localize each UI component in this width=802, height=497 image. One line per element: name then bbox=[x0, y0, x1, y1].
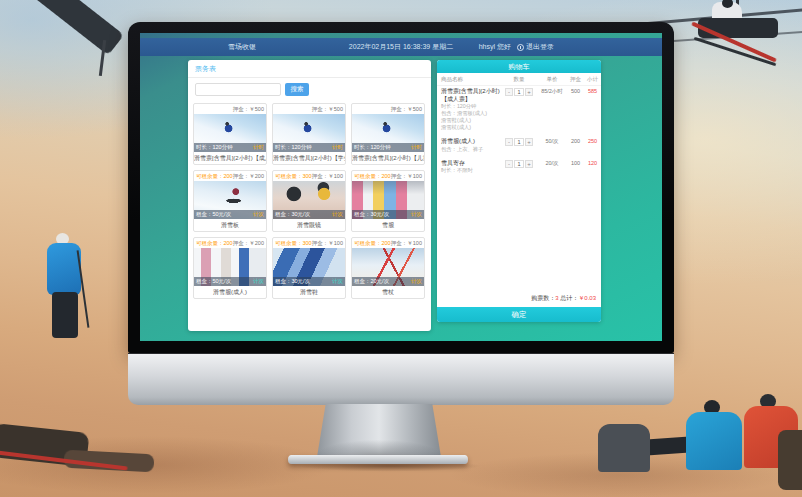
search-input[interactable] bbox=[195, 83, 281, 96]
skier-pants bbox=[52, 292, 78, 338]
ski-gear-pile bbox=[778, 430, 802, 490]
product-overlay: 租金：30元/次 计次 bbox=[273, 210, 345, 219]
cart-item-price: 85/2小时 bbox=[537, 88, 567, 95]
logout-label: 退出登录 bbox=[526, 42, 554, 52]
col-subtotal: 小计 bbox=[584, 76, 601, 83]
qty-value: 1 bbox=[514, 88, 524, 96]
product-card[interactable]: 可租余量：300 押金：￥100 租金：30元/次 计次 滑雪鞋 bbox=[272, 237, 346, 299]
product-card[interactable]: 可租余量：200 押金：￥200 租金：50元/次 计次 滑雪板 bbox=[193, 170, 267, 232]
qty-minus-button[interactable]: - bbox=[505, 88, 513, 96]
product-card[interactable]: 可租余量：200 押金：￥100 租金：30元/次 计次 雪服 bbox=[351, 170, 425, 232]
billing-tag: 计次 bbox=[332, 211, 343, 218]
billing-tag: 计次 bbox=[332, 278, 343, 285]
qty-value: 1 bbox=[514, 138, 524, 146]
cart-summary: 购票数：3 总计：￥0.03 bbox=[531, 294, 596, 303]
billing-tag: 计时 bbox=[253, 144, 264, 151]
cart-item-detail: 包含：上衣、裤子 bbox=[441, 146, 501, 153]
cart-item-detail: 包含：滑雪板(成人) bbox=[441, 110, 501, 117]
product-name: 滑雪板 bbox=[194, 219, 266, 231]
billing-tag: 计次 bbox=[253, 278, 264, 285]
product-name: 滑雪鞋 bbox=[273, 286, 345, 298]
col-price: 单价 bbox=[537, 76, 567, 83]
cart-item-details: 时长：不限时 bbox=[441, 167, 501, 174]
col-name: 商品名称 bbox=[441, 76, 501, 83]
product-overlay: 时长：120分钟 计时 bbox=[194, 143, 266, 152]
rate-label: 租金：50元/次 bbox=[196, 211, 231, 218]
product-card[interactable]: 可租余量：200 押金：￥200 租金：50元/次 计次 滑雪服(成人) bbox=[193, 237, 267, 299]
cart-item-subtotal: 120 bbox=[584, 160, 601, 166]
product-card[interactable]: 可租余量：200 押金：￥100 租金：20元/次 计次 雪杖 bbox=[351, 237, 425, 299]
stock-label: 可租余量：200 bbox=[196, 173, 233, 180]
billing-tag: 计次 bbox=[411, 278, 422, 285]
product-card-top: 可租余量：200 押金：￥100 bbox=[352, 171, 424, 181]
product-name: 雪杖 bbox=[352, 286, 424, 298]
product-image: 时长：120分钟 计时 bbox=[273, 114, 345, 152]
logout-button[interactable]: 退出登录 bbox=[517, 42, 554, 52]
stock-label: 可租余量：300 bbox=[275, 240, 312, 247]
product-image: 时长：120分钟 计时 bbox=[352, 114, 424, 152]
rate-label: 时长：120分钟 bbox=[275, 144, 312, 151]
product-name: 雪服 bbox=[352, 219, 424, 231]
cart-row: 滑雪服(成人) 包含：上衣、裤子 - 1 + 50/次 200 250 bbox=[437, 134, 601, 156]
product-image: 租金：50元/次 计次 bbox=[194, 248, 266, 286]
qty-minus-button[interactable]: - bbox=[505, 160, 513, 168]
cart-row: 雪具寄存 时长：不限时 - 1 + 20/次 100 120 bbox=[437, 156, 601, 178]
product-overlay: 租金：20元/次 计次 bbox=[352, 277, 424, 286]
product-card-top: 押金：￥500 bbox=[273, 104, 345, 114]
search-button[interactable]: 搜索 bbox=[285, 83, 309, 96]
cart-item-details: 包含：上衣、裤子 bbox=[441, 146, 501, 153]
qty-plus-button[interactable]: + bbox=[525, 88, 533, 96]
ticket-count-label: 购票数： bbox=[531, 295, 555, 301]
qty-minus-button[interactable]: - bbox=[505, 138, 513, 146]
product-image: 时长：120分钟 计时 bbox=[194, 114, 266, 152]
product-card-top: 可租余量：300 押金：￥100 bbox=[273, 171, 345, 181]
cart-item-deposit: 100 bbox=[567, 160, 584, 166]
sitting-person-gray bbox=[598, 424, 650, 472]
product-overlay: 时长：120分钟 计时 bbox=[273, 143, 345, 152]
product-card[interactable]: 可租余量：300 押金：￥100 租金：30元/次 计次 滑雪眼镜 bbox=[272, 170, 346, 232]
deposit-label: 押金：￥200 bbox=[233, 173, 264, 180]
product-image: 租金：20元/次 计次 bbox=[352, 248, 424, 286]
product-card[interactable]: 押金：￥500 时长：120分钟 计时 滑雪票[含雪具](2小时)【儿童票】 bbox=[351, 103, 425, 165]
qty-plus-button[interactable]: + bbox=[525, 160, 533, 168]
product-image: 租金：50元/次 计次 bbox=[194, 181, 266, 219]
cart-item-details: 时长：120分钟包含：滑雪板(成人)滑雪鞋(成人)滑雪杖(成人) bbox=[441, 103, 501, 131]
stock-label: 可租余量：200 bbox=[354, 240, 391, 247]
cart-item-subtotal: 250 bbox=[584, 138, 601, 144]
cart-item-info: 滑雪服(成人) 包含：上衣、裤子 bbox=[441, 138, 501, 153]
cart-item-price: 20/次 bbox=[537, 160, 567, 167]
rate-label: 租金：20元/次 bbox=[354, 278, 389, 285]
cart-item-name: 雪具寄存 bbox=[441, 160, 501, 168]
product-card[interactable]: 押金：￥500 时长：120分钟 计时 滑雪票[含雪具](2小时)【成人票】 bbox=[193, 103, 267, 165]
deposit-label: 押金：￥500 bbox=[233, 106, 264, 113]
qty-plus-button[interactable]: + bbox=[525, 138, 533, 146]
cart-item-deposit: 500 bbox=[567, 88, 584, 94]
cart-item-detail: 时长：不限时 bbox=[441, 167, 501, 174]
cart-item-deposit: 200 bbox=[567, 138, 584, 144]
product-image: 租金：30元/次 计次 bbox=[273, 181, 345, 219]
monitor-chin bbox=[128, 353, 674, 405]
product-card-top: 可租余量：200 押金：￥200 bbox=[194, 171, 266, 181]
sitting-person-blue bbox=[686, 412, 742, 470]
product-name: 滑雪眼镜 bbox=[273, 219, 345, 231]
product-overlay: 租金：30元/次 计次 bbox=[352, 210, 424, 219]
catalog-panel: 票务表 搜索 押金：￥500 时长：120分钟 计时 bbox=[188, 60, 431, 331]
col-deposit: 押金 bbox=[567, 76, 584, 83]
cart-item-price: 50/次 bbox=[537, 138, 567, 145]
product-card[interactable]: 押金：￥500 时长：120分钟 计时 滑雪票[含雪具](2小时)【学生票】 bbox=[272, 103, 346, 165]
chairlift-seat bbox=[698, 18, 778, 38]
product-card-top: 押金：￥500 bbox=[352, 104, 424, 114]
confirm-button[interactable]: 确定 bbox=[437, 307, 601, 322]
monitor-base bbox=[288, 455, 468, 464]
quantity-stepper: - 1 + bbox=[501, 160, 537, 168]
cart-item-detail: 时长：120分钟 bbox=[441, 103, 501, 110]
quantity-stepper: - 1 + bbox=[501, 138, 537, 146]
cart-panel: 购物车 商品名称 数量 单价 押金 小计 滑雪票[含雪具](2小时)【成人票】 … bbox=[437, 60, 601, 322]
stock-label: 可租余量：300 bbox=[275, 173, 312, 180]
deposit-label: 押金：￥100 bbox=[391, 240, 422, 247]
rate-label: 租金：50元/次 bbox=[196, 278, 231, 285]
product-overlay: 租金：50元/次 计次 bbox=[194, 277, 266, 286]
quantity-stepper: - 1 + bbox=[501, 88, 537, 96]
ski-resort-scene: 雪场收银 2022年02月15日 16:38:39 星期二 hhsyl 您好 退… bbox=[0, 0, 802, 497]
stock-label: 可租余量：200 bbox=[354, 173, 391, 180]
